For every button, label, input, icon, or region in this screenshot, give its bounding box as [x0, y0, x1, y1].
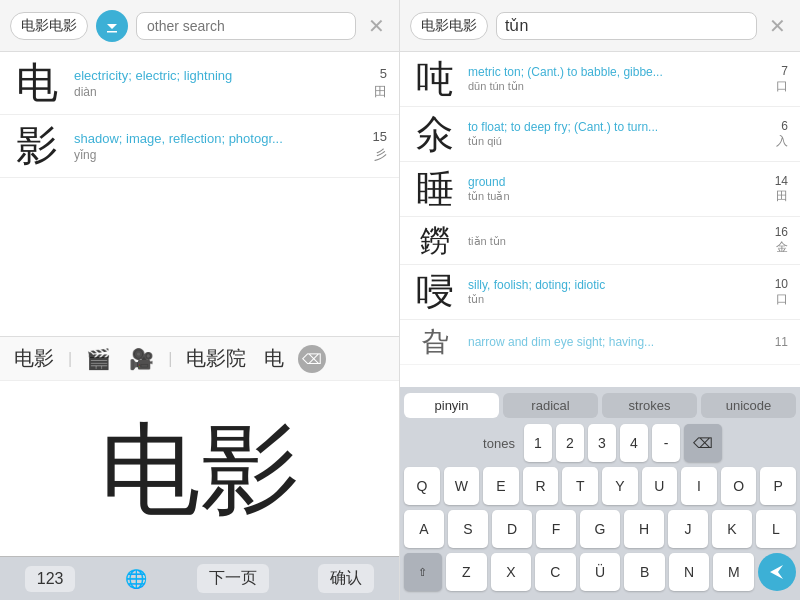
key-m[interactable]: M	[713, 553, 754, 591]
key-j[interactable]: J	[668, 510, 708, 548]
key-p[interactable]: P	[760, 467, 796, 505]
dict-meaning: electricity; electric; lightning	[74, 68, 362, 83]
key-x[interactable]: X	[491, 553, 532, 591]
key-q[interactable]: Q	[404, 467, 440, 505]
top-bar-left: 电影电影 ✕	[0, 0, 400, 51]
suggestion-film-icon[interactable]: 🎬	[82, 347, 115, 371]
suggestion-item[interactable]: 电影	[10, 345, 58, 372]
numeric-switch-button[interactable]: 123	[25, 566, 76, 592]
other-search-input[interactable]	[136, 12, 356, 40]
delete-suggestion-button[interactable]: ⌫	[298, 345, 326, 373]
handwriting-area: 电影 | 🎬 🎥 | 电影院 电 ⌫ 电影	[0, 336, 399, 556]
key-d[interactable]: D	[492, 510, 532, 548]
tones-label: tones	[478, 424, 520, 462]
tab-radical[interactable]: radical	[503, 393, 598, 418]
key-h[interactable]: H	[624, 510, 664, 548]
zxcv-row: ⇧ Z X C Ü B N M	[404, 553, 796, 591]
tone-2-key[interactable]: 2	[556, 424, 584, 462]
right-panel: 吨 metric ton; (Cant.) to babble, gibbe..…	[400, 52, 800, 600]
table-row[interactable]: 旮 narrow and dim eye sight; having... 11	[400, 320, 800, 365]
tone-3-key[interactable]: 3	[588, 424, 616, 462]
key-w[interactable]: W	[444, 467, 480, 505]
key-l[interactable]: L	[756, 510, 796, 548]
key-k[interactable]: K	[712, 510, 752, 548]
tone-1-key[interactable]: 1	[524, 424, 552, 462]
shift-key[interactable]: ⇧	[404, 553, 442, 591]
dict-char: 影	[12, 125, 62, 167]
tones-row: tones 1 2 3 4 - ⌫	[404, 424, 796, 462]
dict-strokes: 15	[373, 129, 387, 144]
right-label[interactable]: 电影电影	[410, 12, 488, 40]
keyboard-area: pinyin radical strokes unicode tones 1 2…	[400, 387, 800, 600]
key-c[interactable]: C	[535, 553, 576, 591]
key-s[interactable]: S	[448, 510, 488, 548]
dict-radical: 田	[374, 83, 387, 101]
table-row[interactable]: 氽 to float; to deep fry; (Cant.) to turn…	[400, 107, 800, 162]
main-content: 电 electricity; electric; lightning diàn …	[0, 52, 800, 600]
table-row[interactable]: 电 electricity; electric; lightning diàn …	[0, 52, 399, 115]
key-g[interactable]: G	[580, 510, 620, 548]
handwritten-chars: 电影	[100, 419, 300, 519]
top-bar: 电影电影 ✕ 电影电影 ✕	[0, 0, 800, 52]
dict-strokes: 5	[380, 66, 387, 81]
key-r[interactable]: R	[523, 467, 559, 505]
key-e[interactable]: E	[483, 467, 519, 505]
tone-4-key[interactable]: 4	[620, 424, 648, 462]
tab-unicode[interactable]: unicode	[701, 393, 796, 418]
handwriting-canvas[interactable]: 电影	[0, 381, 399, 556]
right-search-box[interactable]	[496, 12, 757, 40]
asdf-row: A S D F G H J K L	[404, 510, 796, 548]
download-button[interactable]	[96, 10, 128, 42]
key-z[interactable]: Z	[446, 553, 487, 591]
tone-neutral-key[interactable]: -	[652, 424, 680, 462]
right-search-input[interactable]	[505, 17, 748, 35]
confirm-button[interactable]: 确认	[318, 564, 374, 593]
key-i[interactable]: I	[681, 467, 717, 505]
dict-radical: 彡	[374, 146, 387, 164]
tab-strokes[interactable]: strokes	[602, 393, 697, 418]
table-row[interactable]: 吨 metric ton; (Cant.) to babble, gibbe..…	[400, 52, 800, 107]
table-row[interactable]: 影 shadow; image, reflection; photogr... …	[0, 115, 399, 178]
globe-icon[interactable]: 🌐	[125, 568, 147, 590]
left-close-button[interactable]: ✕	[364, 14, 389, 38]
top-bar-right: 电影电影 ✕	[400, 0, 800, 51]
key-u[interactable]: U	[642, 467, 678, 505]
dict-meaning: shadow; image, reflection; photogr...	[74, 131, 361, 146]
submit-button[interactable]	[758, 553, 796, 591]
keyboard-tabs: pinyin radical strokes unicode	[404, 393, 796, 418]
key-a[interactable]: A	[404, 510, 444, 548]
key-n[interactable]: N	[669, 553, 710, 591]
table-row[interactable]: 睡 ground tǔn tuǎn 14 田	[400, 162, 800, 217]
bottom-bar-left: 123 🌐 下一页 确认	[0, 556, 399, 600]
table-row[interactable]: 唚 silly, foolish; doting; idiotic tǔn 10…	[400, 265, 800, 320]
key-t[interactable]: T	[562, 467, 598, 505]
key-f[interactable]: F	[536, 510, 576, 548]
next-page-button[interactable]: 下一页	[197, 564, 269, 593]
right-close-button[interactable]: ✕	[765, 14, 790, 38]
suggestion-item[interactable]: 电影院	[182, 345, 250, 372]
tab-pinyin[interactable]: pinyin	[404, 393, 499, 418]
left-panel: 电 electricity; electric; lightning diàn …	[0, 52, 400, 600]
suggestion-item[interactable]: 电	[260, 345, 288, 372]
key-y[interactable]: Y	[602, 467, 638, 505]
left-dict-list: 电 electricity; electric; lightning diàn …	[0, 52, 399, 336]
key-o[interactable]: O	[721, 467, 757, 505]
dict-char: 电	[12, 62, 62, 104]
suggestion-camera-icon[interactable]: 🎥	[125, 347, 158, 371]
key-b[interactable]: B	[624, 553, 665, 591]
dict-pinyin: yǐng	[74, 148, 361, 162]
qwerty-row: Q W E R T Y U I O P	[404, 467, 796, 505]
dict-pinyin: diàn	[74, 85, 362, 99]
hw-suggestions-bar: 电影 | 🎬 🎥 | 电影院 电 ⌫	[0, 337, 399, 381]
backspace-key[interactable]: ⌫	[684, 424, 722, 462]
key-u-umlaut[interactable]: Ü	[580, 553, 621, 591]
right-dict-list: 吨 metric ton; (Cant.) to babble, gibbe..…	[400, 52, 800, 387]
table-row[interactable]: 鐒 tiǎn tǔn 16 金	[400, 217, 800, 265]
left-label[interactable]: 电影电影	[10, 12, 88, 40]
